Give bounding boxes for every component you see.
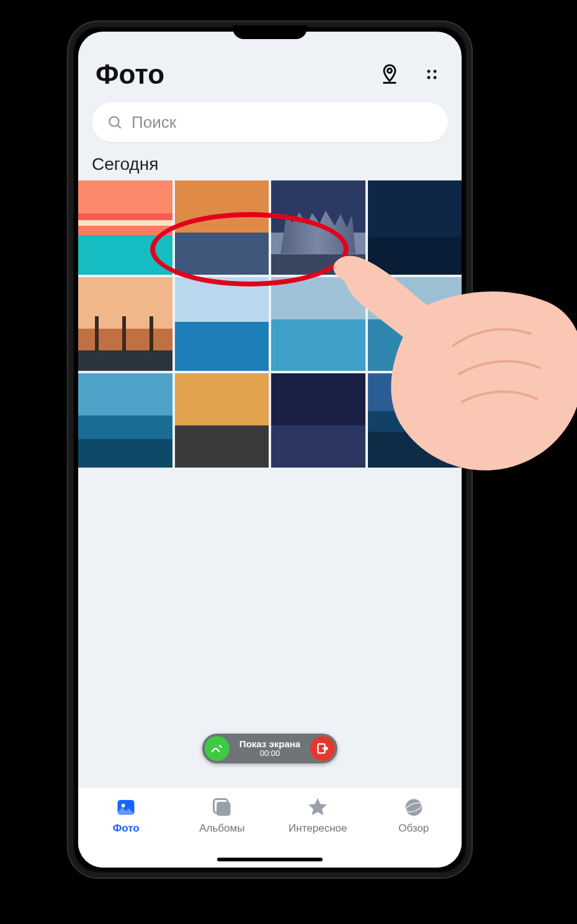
photo-thumbnail[interactable]	[175, 277, 269, 371]
screencast-pill[interactable]: Показ экрана 00:00	[202, 734, 338, 763]
globe-icon	[403, 796, 425, 819]
photo-thumbnail[interactable]	[175, 180, 269, 275]
albums-icon	[211, 796, 233, 819]
star-icon	[306, 796, 329, 819]
photo-thumbnail[interactable]	[368, 277, 462, 371]
home-indicator	[217, 858, 323, 861]
screencast-label: Показ экрана 00:00	[236, 739, 304, 758]
svg-point-5	[109, 117, 119, 126]
search-placeholder: Поиск	[132, 113, 176, 132]
photo-thumbnail[interactable]	[271, 180, 365, 275]
photo-thumbnail[interactable]	[271, 277, 365, 371]
more-menu-icon[interactable]	[419, 62, 444, 87]
photo-thumbnail[interactable]	[78, 277, 172, 371]
photo-thumbnail[interactable]	[78, 373, 172, 468]
svg-point-2	[434, 70, 437, 73]
nav-browse[interactable]: Обзор	[366, 796, 462, 835]
bottom-nav: Фото Альбомы Интересное Обзор	[78, 787, 462, 868]
photo-thumbnail[interactable]	[368, 180, 462, 275]
photo-grid	[78, 180, 462, 468]
nav-photos[interactable]: Фото	[78, 796, 174, 835]
annotate-icon[interactable]	[205, 736, 230, 761]
svg-point-11	[405, 799, 422, 816]
nav-albums[interactable]: Альбомы	[174, 796, 271, 835]
photo-thumbnail[interactable]	[175, 373, 269, 468]
svg-point-0	[388, 69, 392, 73]
screen: Фото Поиск Сегодня	[78, 32, 462, 868]
svg-point-1	[427, 70, 431, 73]
svg-point-8	[122, 804, 125, 807]
header-actions	[377, 62, 444, 87]
nav-featured[interactable]: Интересное	[270, 796, 366, 835]
photo-thumbnail[interactable]	[368, 373, 462, 468]
svg-point-3	[427, 76, 431, 79]
phone-frame: Фото Поиск Сегодня	[68, 22, 472, 877]
location-icon[interactable]	[377, 62, 402, 87]
section-header-today: Сегодня	[78, 153, 462, 180]
svg-point-4	[434, 76, 437, 79]
photos-icon	[115, 796, 137, 819]
photo-thumbnail[interactable]	[271, 373, 365, 468]
search-icon	[107, 114, 123, 130]
page-title: Фото	[96, 59, 164, 90]
exit-screencast-icon[interactable]	[310, 736, 335, 761]
header: Фото	[78, 32, 462, 97]
photo-thumbnail[interactable]	[78, 180, 172, 275]
search-input[interactable]: Поиск	[92, 102, 448, 142]
